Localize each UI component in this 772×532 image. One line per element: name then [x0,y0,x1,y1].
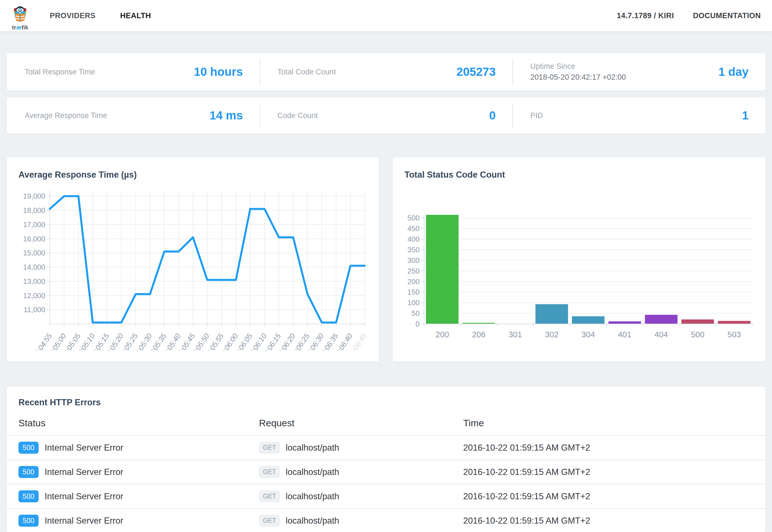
top-navbar: træfik PROVIDERS HEALTH 14.7.1789 / KIRI… [0,0,772,31]
error-table-row: 500Internal Server ErrorGETlocalhost/pat… [7,435,765,460]
http-method-badge: GET [259,466,280,478]
error-table-row: 500Internal Server ErrorGETlocalhost/pat… [7,508,765,532]
errors-table-header: Status Request Time [7,415,765,435]
stat-value: 14 ms [210,109,243,122]
svg-text:14,000: 14,000 [23,263,45,271]
svg-text:350: 350 [408,246,420,254]
svg-text:19,000: 19,000 [23,192,45,200]
error-timestamp: 2016-10-22 01:59:15 AM GMT+2 [463,491,590,502]
stat-value: 10 hours [194,65,243,79]
svg-text:50: 50 [411,309,420,317]
request-path: localhost/path [286,491,339,502]
traefik-gopher-icon [11,3,29,25]
svg-text:301: 301 [509,330,522,339]
http-method-badge: GET [259,442,280,454]
status-code-badge: 500 [18,490,39,502]
svg-text:16,000: 16,000 [23,235,45,243]
request-path: localhost/path [286,467,339,477]
stat-total-response-time: Total Response Time 10 hours [7,53,260,91]
uptime-datetime: 2018-05-20 20:42:17 +02:00 [530,73,626,82]
error-status-cell: 500Internal Server Error [7,490,259,502]
error-request-cell: GETlocalhost/path [259,490,463,502]
error-status-cell: 500Internal Server Error [7,515,259,527]
svg-text:500: 500 [691,330,704,339]
svg-text:250: 250 [408,267,420,275]
error-timestamp: 2016-10-22 01:59:15 AM GMT+2 [463,516,590,526]
svg-text:12,000: 12,000 [23,291,45,300]
status-code-badge: 500 [18,442,39,454]
error-status-cell: 500Internal Server Error [7,442,259,454]
bar-304 [572,316,604,324]
stat-value: 1 day [719,65,749,79]
error-table-row: 500Internal Server ErrorGETlocalhost/pat… [7,460,765,484]
response-time-chart: 11,00012,00013,00014,00015,00016,00017,0… [13,183,372,352]
stat-value: 0 [489,109,496,122]
status-code-chart-title: Total Status Code Count [399,166,759,180]
bar-500 [681,319,714,324]
response-time-chart-title: Average Response Time (µs) [13,166,372,180]
svg-text:17,000: 17,000 [23,220,45,229]
stat-value: 205273 [456,65,496,79]
nav-item-health[interactable]: HEALTH [120,11,151,20]
svg-text:206: 206 [472,330,485,339]
traefik-logo[interactable]: træfik [7,3,34,30]
error-time-cell: 2016-10-22 01:59:15 AM GMT+2 [463,467,765,477]
svg-text:150: 150 [408,288,420,296]
svg-text:200: 200 [436,330,449,339]
error-table-row: 500Internal Server ErrorGETlocalhost/pat… [7,484,765,508]
status-code-badge: 500 [18,466,39,478]
bar-chart-y-labels: 050100150200250300350400450500 [408,214,424,328]
errors-table-body: 500Internal Server ErrorGETlocalhost/pat… [7,435,765,532]
bar-chart-axes [424,215,752,324]
traefik-logo-text: træfik [12,25,28,30]
svg-text:450: 450 [408,224,420,233]
svg-text:13,000: 13,000 [23,277,45,286]
http-method-badge: GET [259,515,280,527]
nav-item-providers[interactable]: PROVIDERS [50,11,96,20]
status-text: Internal Server Error [45,467,123,477]
stat-label: Code Count [277,111,318,120]
bar-503 [718,321,750,324]
stat-label: Total Code Count [277,68,336,76]
svg-text:401: 401 [618,330,631,339]
svg-text:400: 400 [408,235,420,243]
bar-404 [645,315,677,324]
nav-right: 14.7.1789 / KIRI DOCUMENTATION [617,11,761,20]
stat-code-count: Code Count 0 [260,97,512,134]
svg-text:500: 500 [408,214,420,222]
stat-pid: PID 1 [512,97,765,134]
svg-text:100: 100 [408,298,420,307]
svg-text:304: 304 [582,330,595,339]
error-time-cell: 2016-10-22 01:59:15 AM GMT+2 [463,516,765,526]
column-header-status: Status [7,418,259,429]
svg-text:503: 503 [728,330,741,339]
error-time-cell: 2016-10-22 01:59:15 AM GMT+2 [463,443,765,453]
svg-text:0: 0 [416,320,420,328]
status-text: Internal Server Error [45,516,123,526]
recent-http-errors-card: Recent HTTP Errors Status Request Time 5… [7,387,765,532]
stat-uptime-since: Uptime Since 2018-05-20 20:42:17 +02:00 … [512,53,765,91]
error-request-cell: GETlocalhost/path [259,515,463,527]
column-header-request: Request [259,418,463,429]
nav-links: PROVIDERS HEALTH [50,11,151,20]
stat-label: Uptime Since [530,62,626,71]
error-timestamp: 2016-10-22 01:59:15 AM GMT+2 [463,443,590,453]
bar-401 [608,321,641,324]
line-chart-x-labels: 03:04:5503:05:0003:05:0503:05:1003:05:15… [31,324,369,350]
request-path: localhost/path [286,443,339,453]
request-path: localhost/path [286,516,339,526]
line-chart-grid [50,190,365,324]
error-timestamp: 2016-10-22 01:59:15 AM GMT+2 [463,467,590,477]
bar-chart-x-labels: 200206301302304401404500503 [424,324,752,339]
svg-text:302: 302 [545,330,558,339]
bar-chart-grid [424,218,752,324]
version-label: 14.7.1789 / KIRI [617,11,674,20]
nav-item-documentation[interactable]: DOCUMENTATION [693,11,761,20]
stats-row-2: Average Response Time 14 ms Code Count 0… [7,97,765,134]
svg-text:200: 200 [408,277,420,286]
svg-text:11,000: 11,000 [23,305,45,314]
error-time-cell: 2016-10-22 01:59:15 AM GMT+2 [463,491,765,502]
stat-value: 1 [742,109,749,122]
error-request-cell: GETlocalhost/path [259,466,463,478]
status-code-badge: 500 [18,515,39,527]
